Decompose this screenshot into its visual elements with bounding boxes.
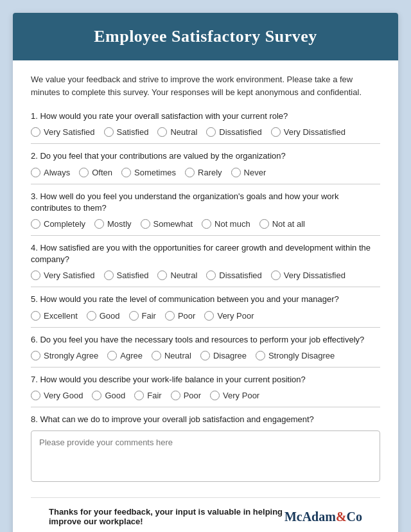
radio-icon-1-2[interactable] — [104, 127, 114, 137]
option-7-5[interactable]: Very Poor — [210, 391, 259, 400]
option-7-3[interactable]: Fair — [134, 391, 161, 400]
option-label-3-2: Mostly — [107, 219, 132, 229]
option-5-4[interactable]: Poor — [165, 311, 195, 321]
option-3-2[interactable]: Mostly — [94, 219, 132, 229]
radio-icon-3-2[interactable] — [94, 219, 104, 229]
option-1-2[interactable]: Satisfied — [104, 127, 149, 137]
radio-icon-3-4[interactable] — [202, 219, 211, 229]
option-label-5-4: Poor — [178, 311, 195, 321]
option-6-1[interactable]: Strongly Agree — [31, 351, 98, 360]
option-label-3-3: Somewhat — [153, 219, 193, 229]
radio-icon-5-2[interactable] — [87, 311, 96, 321]
intro-text: We value your feedback and strive to imp… — [31, 73, 380, 99]
radio-icon-4-4[interactable] — [206, 270, 216, 280]
radio-icon-1-1[interactable] — [31, 127, 40, 137]
radio-icon-7-3[interactable] — [134, 391, 144, 400]
radio-icon-3-5[interactable] — [259, 219, 269, 229]
radio-icon-5-5[interactable] — [204, 311, 214, 321]
option-5-2[interactable]: Good — [87, 311, 120, 321]
radio-icon-2-2[interactable] — [79, 168, 89, 177]
radio-icon-3-1[interactable] — [31, 219, 40, 229]
option-2-5[interactable]: Never — [231, 168, 267, 177]
comments-textarea[interactable] — [31, 430, 380, 482]
option-label-1-4: Dissatisfied — [219, 127, 261, 137]
option-1-5[interactable]: Very Dissatisfied — [271, 127, 345, 137]
option-1-3[interactable]: Neutral — [157, 127, 197, 137]
option-label-6-1: Strongly Agree — [44, 351, 98, 360]
radio-icon-4-1[interactable] — [31, 270, 40, 280]
option-3-3[interactable]: Somewhat — [141, 219, 193, 229]
option-6-5[interactable]: Strongly Disagree — [256, 351, 335, 360]
option-6-4[interactable]: Disagree — [200, 351, 247, 360]
radio-icon-2-1[interactable] — [31, 168, 40, 177]
option-5-1[interactable]: Excellent — [31, 311, 78, 321]
option-label-4-4: Dissatisfied — [219, 270, 261, 280]
option-3-1[interactable]: Completely — [31, 219, 85, 229]
option-label-4-1: Very Satisfied — [44, 270, 95, 280]
option-5-3[interactable]: Fair — [129, 311, 156, 321]
option-4-2[interactable]: Satisfied — [104, 270, 149, 280]
option-4-4[interactable]: Dissatisfied — [206, 270, 261, 280]
radio-icon-6-2[interactable] — [107, 351, 117, 360]
option-5-5[interactable]: Very Poor — [204, 311, 254, 321]
option-7-1[interactable]: Very Good — [31, 391, 83, 400]
question-block-2: 2. Do you feel that your contributions a… — [31, 150, 380, 184]
option-label-1-2: Satisfied — [117, 127, 149, 137]
radio-icon-3-3[interactable] — [141, 219, 150, 229]
option-7-4[interactable]: Poor — [171, 391, 201, 400]
option-4-5[interactable]: Very Dissatisfied — [271, 270, 345, 280]
question-block-6: 6. Do you feel you have the necessary to… — [31, 334, 380, 368]
option-3-5[interactable]: Not at all — [259, 219, 305, 229]
option-label-7-5: Very Poor — [223, 391, 259, 400]
survey-title: Employee Satisfactory Survey — [32, 27, 379, 46]
radio-icon-2-3[interactable] — [121, 168, 131, 177]
radio-icon-4-2[interactable] — [104, 270, 114, 280]
option-label-2-2: Often — [92, 168, 112, 177]
option-label-4-2: Satisfied — [117, 270, 149, 280]
radio-icon-5-3[interactable] — [129, 311, 139, 321]
radio-icon-4-3[interactable] — [157, 270, 167, 280]
radio-icon-6-3[interactable] — [152, 351, 161, 360]
radio-icon-7-5[interactable] — [210, 391, 220, 400]
option-label-4-3: Neutral — [170, 270, 197, 280]
radio-icon-7-4[interactable] — [171, 391, 180, 400]
question-block-4: 4. How satisfied are you with the opport… — [31, 242, 380, 287]
options-group-1: Very SatisfiedSatisfiedNeutralDissatisfi… — [31, 127, 380, 137]
radio-icon-1-5[interactable] — [271, 127, 281, 137]
option-4-1[interactable]: Very Satisfied — [31, 270, 95, 280]
option-1-1[interactable]: Very Satisfied — [31, 127, 95, 137]
radio-icon-7-1[interactable] — [31, 391, 40, 400]
option-label-3-1: Completely — [44, 219, 85, 229]
option-label-3-5: Not at all — [272, 219, 305, 229]
radio-icon-2-5[interactable] — [231, 168, 241, 177]
option-2-2[interactable]: Often — [79, 168, 112, 177]
option-1-4[interactable]: Dissatisfied — [206, 127, 261, 137]
options-group-7: Very GoodGoodFairPoorVery Poor — [31, 391, 380, 400]
option-2-4[interactable]: Rarely — [185, 168, 222, 177]
option-label-7-2: Good — [105, 391, 125, 400]
option-2-1[interactable]: Always — [31, 168, 70, 177]
radio-icon-1-4[interactable] — [206, 127, 216, 137]
question-text-4: 4. How satisfied are you with the opport… — [31, 242, 380, 265]
survey-page: Employee Satisfactory Survey We value yo… — [13, 13, 398, 532]
option-3-4[interactable]: Not much — [202, 219, 250, 229]
option-label-1-5: Very Dissatisfied — [284, 127, 345, 137]
radio-icon-2-4[interactable] — [185, 168, 195, 177]
radio-icon-6-5[interactable] — [256, 351, 265, 360]
option-6-2[interactable]: Agree — [107, 351, 143, 360]
radio-icon-4-5[interactable] — [271, 270, 281, 280]
options-group-6: Strongly AgreeAgreeNeutralDisagreeStrong… — [31, 351, 380, 360]
option-2-3[interactable]: Sometimes — [121, 168, 176, 177]
option-6-3[interactable]: Neutral — [152, 351, 191, 360]
radio-icon-5-4[interactable] — [165, 311, 175, 321]
question-text-6: 6. Do you feel you have the necessary to… — [31, 334, 380, 346]
option-4-3[interactable]: Neutral — [157, 270, 197, 280]
brand-logo: McAdam&Co — [284, 510, 362, 524]
radio-icon-7-2[interactable] — [92, 391, 101, 400]
option-7-2[interactable]: Good — [92, 391, 125, 400]
option-label-5-3: Fair — [142, 311, 156, 321]
radio-icon-6-4[interactable] — [200, 351, 210, 360]
radio-icon-5-1[interactable] — [31, 311, 40, 321]
radio-icon-1-3[interactable] — [157, 127, 167, 137]
radio-icon-6-1[interactable] — [31, 351, 40, 360]
